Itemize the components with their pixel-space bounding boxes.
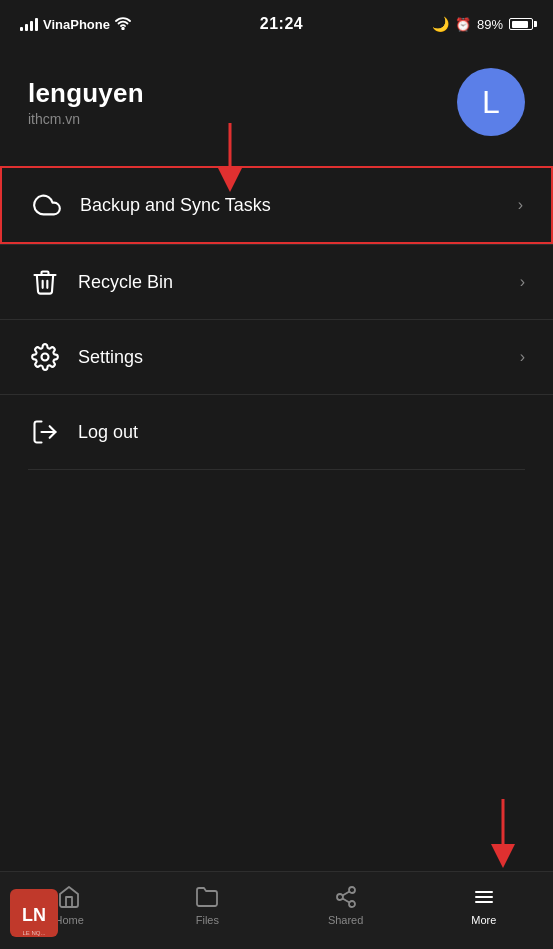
svg-point-0 [122, 27, 124, 29]
nav-item-more[interactable]: More [415, 882, 553, 926]
cloud-icon [30, 188, 64, 222]
bottom-nav: LN LE NQ... Home Files [0, 871, 553, 949]
logout-label: Log out [78, 422, 525, 443]
gear-icon [28, 340, 62, 374]
recycle-bin-label: Recycle Bin [78, 272, 520, 293]
home-nav-icon [56, 884, 82, 910]
nav-item-shared[interactable]: Shared [277, 882, 415, 926]
svg-text:LE NQ...: LE NQ... [22, 930, 45, 936]
menu-item-settings[interactable]: Settings › [0, 319, 553, 394]
status-left: VinaPhone [20, 16, 131, 33]
profile-info: lenguyen ithcm.vn [28, 78, 144, 127]
profile-domain: ithcm.vn [28, 111, 144, 127]
recycle-bin-chevron: › [520, 273, 525, 291]
profile-section: lenguyen ithcm.vn L [0, 44, 553, 166]
carrier-label: VinaPhone [43, 17, 110, 32]
trash-icon [28, 265, 62, 299]
files-nav-label: Files [196, 914, 219, 926]
backup-sync-label: Backup and Sync Tasks [80, 195, 518, 216]
settings-chevron: › [520, 348, 525, 366]
menu-list: Backup and Sync Tasks › Recycle Bin › Se… [0, 166, 553, 470]
menu-item-recycle-bin[interactable]: Recycle Bin › [0, 244, 553, 319]
shared-nav-label: Shared [328, 914, 363, 926]
svg-line-11 [342, 892, 349, 896]
wifi-icon [115, 16, 131, 33]
moon-icon: 🌙 [432, 16, 449, 32]
more-nav-label: More [471, 914, 496, 926]
battery-icon [509, 18, 533, 30]
backup-sync-chevron: › [518, 196, 523, 214]
more-nav-icon [471, 884, 497, 910]
profile-name: lenguyen [28, 78, 144, 109]
bottom-divider [28, 469, 525, 470]
nav-item-files[interactable]: Files [138, 882, 276, 926]
settings-label: Settings [78, 347, 520, 368]
status-right: 🌙 ⏰ 89% [432, 16, 533, 32]
logout-icon [28, 415, 62, 449]
svg-point-3 [42, 354, 49, 361]
menu-item-logout[interactable]: Log out [0, 394, 553, 469]
svg-line-10 [342, 899, 349, 903]
time-display: 21:24 [260, 15, 303, 33]
files-nav-icon [194, 884, 220, 910]
battery-percentage: 89% [477, 17, 503, 32]
shared-nav-icon [333, 884, 359, 910]
home-nav-label: Home [54, 914, 83, 926]
avatar[interactable]: L [457, 68, 525, 136]
status-bar: VinaPhone 21:24 🌙 ⏰ 89% [0, 0, 553, 44]
alarm-icon: ⏰ [455, 17, 471, 32]
signal-bars-icon [20, 17, 38, 31]
annotation-arrow-bottom [443, 794, 523, 874]
nav-item-home[interactable]: Home [0, 882, 138, 926]
menu-item-backup-sync[interactable]: Backup and Sync Tasks › [0, 166, 553, 244]
